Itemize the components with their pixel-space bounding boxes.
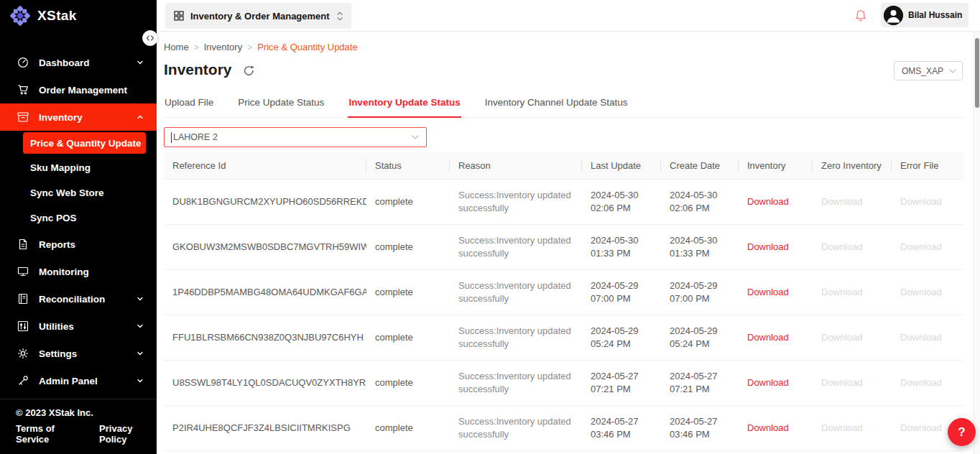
status-cell: complete <box>366 315 450 361</box>
scrollbar-thumb[interactable] <box>975 38 979 108</box>
table-row: P2IR4UHE8QCFJF3Z4LBSICIITMRKISPG complet… <box>164 406 963 451</box>
create-date-cell: 2024-05-2905:24 PM <box>661 315 739 361</box>
sidebar-item-label: Sync POS <box>30 213 77 223</box>
reason-cell: Success:Inventory updated successfully <box>450 315 582 361</box>
breadcrumb-separator: > <box>194 42 199 52</box>
privacy-policy-link[interactable]: Privacy Policy <box>99 423 157 445</box>
topbar: Inventory & Order Management Bilal Hussa… <box>157 0 980 32</box>
gear-icon <box>17 348 29 359</box>
create-date-cell: 2024-05-2703:46 PM <box>661 406 739 451</box>
sidebar-item-label: Order Management <box>39 85 127 96</box>
column-header-reference-id: Reference Id <box>164 152 366 180</box>
refresh-button[interactable] <box>243 65 255 77</box>
reason-cell: Success:Inventory updated successfully <box>450 225 582 270</box>
inventory-download-link[interactable]: Download <box>747 332 789 343</box>
sidebar-item-order-management[interactable]: Order Management <box>0 76 157 103</box>
notifications-button[interactable] <box>855 9 866 25</box>
terms-of-service-link[interactable]: Terms of Service <box>16 423 83 445</box>
breadcrumb-inventory[interactable]: Inventory <box>204 42 242 52</box>
grid-apps-icon <box>174 11 184 21</box>
sidebar-item-reports[interactable]: Reports <box>0 231 157 258</box>
sidebar-item-label: Settings <box>39 348 77 359</box>
help-button[interactable]: ? <box>948 418 976 446</box>
sidebar-item-inventory[interactable]: Inventory <box>0 103 157 131</box>
location-filter-value: LAHORE 2 <box>173 132 218 142</box>
reference-id-cell: 1P46DDBP5MAMBG48OMA64UDMKGAF6GAC <box>164 270 366 315</box>
zero-inventory-download-link: Download <box>821 377 863 388</box>
last-update-cell: 2024-05-2703:46 PM <box>582 406 661 451</box>
chevron-up-icon <box>137 114 144 121</box>
reference-id-cell: DU8K1BGNGURCM2XYUPHO60SD56RREKDZ <box>164 180 366 225</box>
cart-icon <box>17 84 29 96</box>
inventory-download-link[interactable]: Download <box>747 287 789 297</box>
tab-upload-file[interactable]: Upload File <box>164 90 214 118</box>
sidebar-item-price-quantity-update[interactable]: Price & Quantity Update <box>23 132 146 154</box>
status-cell: complete <box>366 270 450 315</box>
sidebar-item-label: Price & Quantity Update <box>30 138 142 149</box>
text-cursor <box>171 132 172 143</box>
ledger-book-icon <box>17 293 29 305</box>
breadcrumb: Home > Inventory > Price & Quantity Upda… <box>164 42 963 52</box>
refresh-icon <box>243 65 255 77</box>
inventory-download-link[interactable]: Download <box>747 196 789 207</box>
last-update-cell: 2024-05-2907:00 PM <box>582 270 661 315</box>
sidebar-collapse-toggle[interactable] <box>142 30 158 46</box>
sidebar-item-label: Dashboard <box>39 57 90 68</box>
sidebar-nav: Dashboard Order Management Inventory Pri… <box>0 49 157 394</box>
reason-cell: Success:Inventory updated successfully <box>450 270 582 315</box>
chevron-down-icon <box>137 377 144 384</box>
sidebar-item-sync-pos[interactable]: Sync POS <box>0 205 157 231</box>
chevron-down-icon <box>412 135 419 139</box>
monitor-icon <box>17 266 29 277</box>
breadcrumb-home[interactable]: Home <box>164 42 189 52</box>
column-header-error-file: Error File <box>892 152 963 180</box>
reference-id-cell: U8SSWL98T4LY1QL0SDACUQV0ZYXTH8YR <box>164 361 366 406</box>
sidebar-item-admin-panel[interactable]: Admin Panel <box>0 367 157 394</box>
status-table: Reference Id Status Reason Last Update C… <box>164 152 963 451</box>
chevron-down-icon <box>137 350 144 357</box>
sidebar-item-settings[interactable]: Settings <box>0 340 157 367</box>
help-button-label: ? <box>958 425 965 440</box>
create-date-cell: 2024-05-3001:33 PM <box>661 225 739 270</box>
brand-name: XStak <box>37 8 77 24</box>
sidebar-item-label: Admin Panel <box>39 376 98 386</box>
column-header-last-update: Last Update <box>582 152 661 180</box>
utilities-sliders-icon <box>17 320 29 332</box>
error-file-download-link: Download <box>900 377 942 388</box>
sidebar-item-reconciliation[interactable]: Reconciliation <box>0 285 157 312</box>
sidebar-item-monitoring[interactable]: Monitoring <box>0 258 157 285</box>
app-switcher-button[interactable]: Inventory & Order Management <box>165 3 351 29</box>
app-switcher-label: Inventory & Order Management <box>190 11 330 22</box>
sidebar-item-sku-mapping[interactable]: Sku Mapping <box>0 155 157 180</box>
tab-inventory-channel-update-status[interactable]: Inventory Channel Update Status <box>484 90 629 118</box>
sidebar-item-label: Reconciliation <box>39 294 105 305</box>
sidebar-item-utilities[interactable]: Utilities <box>0 312 157 340</box>
tab-price-update-status[interactable]: Price Update Status <box>237 90 325 118</box>
workspace-select[interactable]: OMS_XAP <box>894 61 963 80</box>
location-filter-select[interactable]: LAHORE 2 <box>164 127 427 147</box>
sidebar-item-sync-web-store[interactable]: Sync Web Store <box>0 180 157 205</box>
sidebar-item-dashboard[interactable]: Dashboard <box>0 49 157 76</box>
sidebar-item-label: Inventory <box>39 112 83 123</box>
zero-inventory-download-link: Download <box>821 332 863 343</box>
page-scrollbar <box>974 32 980 454</box>
zero-inventory-download-link: Download <box>821 241 863 252</box>
create-date-cell: 2024-05-2907:00 PM <box>661 270 739 315</box>
sidebar-item-label: Sku Mapping <box>30 162 91 173</box>
reference-id-cell: GKOBUW3M2MSWB0SDBC7MGVTRH59WIWHZ <box>164 225 366 270</box>
inventory-download-link[interactable]: Download <box>747 241 789 252</box>
column-header-inventory: Inventory <box>739 152 813 180</box>
collapse-arrows-icon <box>146 35 154 41</box>
chevron-down-icon <box>137 323 144 330</box>
error-file-download-link: Download <box>900 422 942 433</box>
status-cell: complete <box>366 225 450 270</box>
chevron-down-icon <box>949 69 956 73</box>
table-row: 1P46DDBP5MAMBG48OMA64UDMKGAF6GAC complet… <box>164 270 963 315</box>
inventory-box-icon <box>17 111 29 123</box>
user-menu-button[interactable]: Bilal Hussain <box>881 3 969 27</box>
inventory-download-link[interactable]: Download <box>747 377 789 388</box>
inventory-download-link[interactable]: Download <box>747 422 789 433</box>
main-content: Home > Inventory > Price & Quantity Upda… <box>157 32 980 454</box>
tab-inventory-update-status[interactable]: Inventory Update Status <box>348 90 461 118</box>
report-file-icon <box>17 238 29 250</box>
